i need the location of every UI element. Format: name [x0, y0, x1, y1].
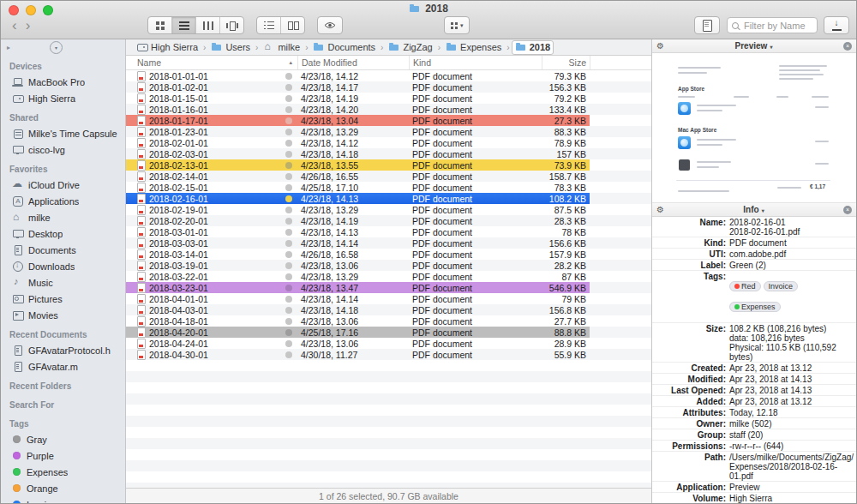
- crumb-label: Documents: [327, 42, 375, 52]
- file-name: 2018-03-19-01: [149, 261, 208, 271]
- info-value: High Sierra: [729, 494, 854, 503]
- file-row[interactable]: 2018-02-13-01 4/23/18, 13.55 PDF documen…: [126, 159, 651, 171]
- path-crumb[interactable]: Expenses: [442, 40, 505, 55]
- sidebar-item[interactable]: High Sierra: [1, 90, 125, 106]
- file-size: 28.9 KB: [542, 339, 590, 349]
- file-row[interactable]: 2018-03-19-01 4/23/18, 13.06 PDF documen…: [126, 260, 651, 271]
- file-name: 2018-02-13-01: [149, 160, 208, 171]
- file-name: 2018-01-16-01: [149, 105, 208, 115]
- sidebar-tag-item[interactable]: Orange: [1, 480, 125, 496]
- pdf-icon: [137, 105, 146, 115]
- sidebar-item[interactable]: Applications: [1, 193, 125, 209]
- dual-pane-button[interactable]: [280, 17, 304, 33]
- file-row[interactable]: 2018-02-14-01 4/26/18, 16.55 PDF documen…: [126, 171, 651, 182]
- disclosure-icon[interactable]: ▸: [7, 44, 10, 51]
- document-button[interactable]: [694, 16, 720, 34]
- sidebar-item[interactable]: Milke's Time Capsule: [1, 125, 125, 141]
- view-options-button[interactable]: ▾: [444, 16, 470, 34]
- preview-skeleton-line: [697, 166, 719, 168]
- file-row[interactable]: 2018-03-22-01 4/23/18, 13.29 PDF documen…: [126, 271, 651, 282]
- file-row[interactable]: 2018-02-03-01 4/23/18, 14.18 PDF documen…: [126, 148, 651, 159]
- download-button[interactable]: [824, 16, 849, 34]
- quick-look-button[interactable]: [317, 16, 343, 34]
- action-menu-button[interactable]: ▾: [50, 41, 63, 54]
- column-header-name[interactable]: Name ▴: [126, 56, 297, 69]
- sidebar-item[interactable]: Desktop: [1, 225, 125, 242]
- file-date-modified: 4/23/18, 14.13: [297, 194, 409, 204]
- sidebar-top-controls: ▸ ▾: [1, 39, 125, 55]
- file-date-modified: 4/23/18, 14.19: [297, 93, 409, 104]
- sidebar-item[interactable]: Pictures: [1, 291, 125, 307]
- file-row[interactable]: 2018-02-19-01 4/23/18, 13.29 PDF documen…: [126, 204, 651, 215]
- sidebar-item-label: Applications: [28, 196, 79, 207]
- gear-icon[interactable]: ⚙: [656, 42, 664, 51]
- file-row[interactable]: 2018-01-15-01 4/23/18, 14.19 PDF documen…: [126, 93, 651, 104]
- sidebar-item[interactable]: milke: [1, 209, 125, 225]
- file-row[interactable]: 2018-01-16-01 4/23/18, 14.20 PDF documen…: [126, 104, 651, 115]
- file-row[interactable]: 2018-04-18-01 4/23/18, 13.06 PDF documen…: [126, 315, 651, 327]
- file-row[interactable]: 2018-01-17-01 4/23/18, 13.04 PDF documen…: [126, 115, 651, 126]
- file-row[interactable]: 2018-04-24-01 4/23/18, 13.06 PDF documen…: [126, 338, 651, 349]
- file-row[interactable]: 2018-04-30-01 4/30/18, 11.27 PDF documen…: [126, 349, 651, 360]
- gear-icon[interactable]: ⚙: [656, 206, 664, 214]
- icon-view-button[interactable]: [148, 17, 171, 33]
- file-row[interactable]: 2018-01-23-01 4/23/18, 13.29 PDF documen…: [126, 126, 651, 137]
- file-row[interactable]: 2018-02-20-01 4/23/18, 14.19 PDF documen…: [126, 215, 651, 226]
- file-row[interactable]: 2018-03-23-01 4/23/18, 13.47 PDF documen…: [126, 282, 651, 293]
- path-crumb[interactable]: Documents: [309, 40, 379, 55]
- file-row[interactable]: 2018-03-03-01 4/23/18, 14.14 PDF documen…: [126, 237, 651, 249]
- path-crumb[interactable]: High Sierra: [133, 40, 201, 55]
- sidebar-tag-item[interactable]: Purple: [1, 447, 125, 464]
- file-name-cell: 2018-03-23-01: [126, 283, 297, 293]
- sidebar-item[interactable]: Music: [1, 274, 125, 291]
- file-row[interactable]: 2018-04-01-01 4/23/18, 14.14 PDF documen…: [126, 293, 651, 304]
- list-view-button[interactable]: [171, 17, 195, 33]
- sidebar-tag-item[interactable]: Gray: [1, 431, 125, 447]
- column-header-date-modified[interactable]: Date Modified: [297, 56, 409, 69]
- file-kind: PDF document: [409, 227, 542, 237]
- coverflow-view-button[interactable]: [219, 17, 243, 33]
- column-view-button[interactable]: [195, 17, 219, 33]
- sidebar-item[interactable]: GFAvatarProtocol.h: [1, 342, 125, 358]
- sidebar-item[interactable]: Movies: [1, 307, 125, 323]
- file-row[interactable]: 2018-04-03-01 4/23/18, 14.18 PDF documen…: [126, 304, 651, 315]
- file-size: 158.7 KB: [542, 171, 590, 182]
- path-crumb[interactable]: milke: [260, 40, 303, 55]
- search-field[interactable]: [727, 17, 818, 33]
- file-row[interactable]: 2018-01-02-01 4/23/18, 14.17 PDF documen…: [126, 81, 651, 93]
- file-row[interactable]: 2018-02-01-01 4/23/18, 14.12 PDF documen…: [126, 137, 651, 148]
- file-row[interactable]: 2018-03-01-01 4/23/18, 14.13 PDF documen…: [126, 226, 651, 237]
- sidebar-item[interactable]: MacBook Pro: [1, 74, 125, 90]
- tag-pill: Expenses: [729, 302, 781, 312]
- column-header-kind[interactable]: Kind: [409, 56, 542, 69]
- forward-button[interactable]: ›: [21, 17, 35, 34]
- close-info-button[interactable]: ×: [843, 206, 852, 214]
- file-size: 27.3 KB: [542, 116, 590, 126]
- path-crumb[interactable]: Users: [207, 40, 254, 55]
- back-button[interactable]: ‹: [8, 17, 21, 34]
- sidebar-tag-item[interactable]: Expenses: [1, 464, 125, 480]
- file-row[interactable]: 2018-02-16-01 4/23/18, 14.13 PDF documen…: [126, 193, 651, 204]
- sidebar-tag-item[interactable]: Invoice: [1, 496, 125, 503]
- file-row[interactable]: 2018-02-15-01 4/25/18, 17.10 PDF documen…: [126, 182, 651, 193]
- column-header-size[interactable]: Size: [542, 56, 590, 69]
- search-input[interactable]: [742, 20, 818, 32]
- file-date-modified: 4/26/18, 16.55: [297, 171, 409, 182]
- chevron-down-icon: ▾: [770, 45, 772, 50]
- close-preview-button[interactable]: ×: [843, 42, 852, 51]
- path-crumb[interactable]: 2018: [512, 40, 554, 55]
- file-row[interactable]: 2018-04-20-01 4/25/18, 17.16 PDF documen…: [126, 327, 651, 338]
- sidebar-item[interactable]: GFAvatar.m: [1, 358, 125, 375]
- sidebar-item[interactable]: iCloud Drive: [1, 177, 125, 193]
- sidebar-item[interactable]: Downloads: [1, 258, 125, 274]
- grid-view-icon: [156, 21, 165, 30]
- sidebar-item[interactable]: cisco-lvg: [1, 141, 125, 158]
- arrange-by-button[interactable]: [257, 17, 280, 33]
- preview-skeleton-line: [779, 74, 824, 75]
- file-name-cell: 2018-04-24-01: [126, 339, 297, 349]
- file-row[interactable]: 2018-01-01-01 4/23/18, 14.12 PDF documen…: [126, 70, 651, 81]
- file-row[interactable]: 2018-03-14-01 4/26/18, 16.58 PDF documen…: [126, 249, 651, 260]
- sidebar-item[interactable]: Documents: [1, 242, 125, 258]
- path-crumb[interactable]: ZigZag: [385, 40, 435, 55]
- file-name: 2018-01-01-01: [149, 71, 208, 81]
